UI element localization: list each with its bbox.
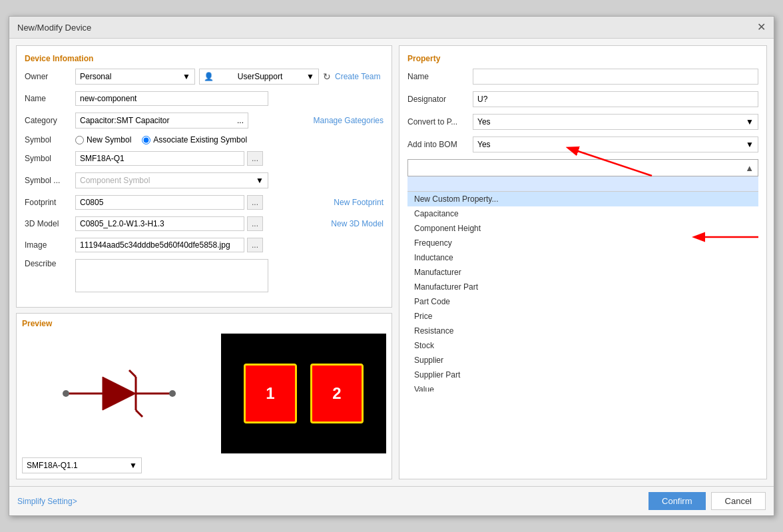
refresh-button[interactable]: ↻: [323, 71, 331, 82]
image-row: Image ...: [25, 238, 384, 252]
category-row: Category Capacitor:SMT Capacitor ... Man…: [25, 113, 384, 129]
simplify-setting-button[interactable]: Simplify Setting>: [17, 497, 77, 506]
dropdown-item-supplier[interactable]: Supplier: [407, 353, 758, 368]
prop-designator-row: Designator: [407, 91, 758, 107]
image-input[interactable]: [75, 238, 244, 252]
user-dropdown[interactable]: 👤 UserSupport ▼: [199, 69, 319, 85]
symbol-input[interactable]: [75, 151, 244, 166]
symbol-lib-dropdown[interactable]: Component Symbol ▼: [75, 172, 268, 188]
category-input-wrap: Capacitor:SMT Capacitor ...: [75, 113, 308, 129]
custom-property-trigger[interactable]: ▲: [407, 159, 758, 176]
symbol-lib-label: Symbol ...: [25, 176, 70, 185]
prop-convert-dropdown[interactable]: Yes ▼: [473, 114, 758, 130]
symbol-radio-group: New Symbol Associate Existing Symbol: [75, 135, 247, 144]
svg-line-4: [129, 370, 136, 377]
dropdown-item-capacitance[interactable]: Capacitance: [407, 206, 758, 221]
category-dropdown[interactable]: Capacitor:SMT Capacitor ...: [75, 113, 248, 129]
svg-point-6: [63, 390, 69, 397]
symbol-dots-button[interactable]: ...: [247, 151, 263, 166]
new-footprint-button[interactable]: New Footprint: [334, 198, 384, 207]
dropdown-item-frequency[interactable]: Frequency: [407, 236, 758, 250]
owner-controls: Personal ▼ 👤 UserSupport ▼ ↻ Create Team: [75, 69, 380, 85]
new-symbol-radio[interactable]: [75, 136, 84, 144]
footprint-wrap: ...: [75, 195, 328, 210]
owner-dropdown[interactable]: Personal ▼: [75, 69, 195, 85]
right-panel: Property Name Designator Convert to P...…: [399, 45, 767, 479]
dropdown-item-new-custom[interactable]: New Custom Property...: [407, 192, 758, 206]
symbol-lib-row: Symbol ... Component Symbol ▼: [25, 172, 384, 188]
describe-label: Describe: [25, 259, 70, 268]
prop-convert-value: Yes: [477, 117, 491, 127]
image-dots-button[interactable]: ...: [247, 238, 263, 252]
custom-property-dropdown: New Custom Property... Capacitance Compo…: [407, 176, 758, 392]
model-3d-dots-button[interactable]: ...: [247, 216, 263, 231]
dropdown-item-resistance[interactable]: Resistance: [407, 324, 758, 338]
prop-convert-chevron-icon: ▼: [746, 117, 754, 127]
pad-1: 1: [244, 364, 297, 423]
owner-chevron-icon: ▼: [182, 72, 190, 81]
new-3d-button[interactable]: New 3D Model: [331, 219, 384, 228]
dropdown-item-inductance[interactable]: Inductance: [407, 250, 758, 265]
svg-point-7: [169, 390, 176, 397]
symbol-value-wrap: ...: [75, 151, 384, 166]
preview-chevron-icon: ▼: [129, 461, 137, 470]
confirm-button[interactable]: Confirm: [649, 492, 706, 510]
prop-bom-value: Yes: [477, 140, 491, 149]
footprint-dots-button[interactable]: ...: [247, 195, 263, 210]
dropdown-item-manufacturer-part[interactable]: Manufacturer Part: [407, 280, 758, 294]
associate-symbol-radio-label[interactable]: Associate Existing Symbol: [142, 135, 247, 144]
left-panel: Device Infomation Owner Personal ▼ 👤 Use…: [16, 45, 392, 479]
category-label: Category: [25, 116, 70, 125]
prop-convert-row: Convert to P... Yes ▼: [407, 114, 758, 130]
new-symbol-radio-label[interactable]: New Symbol: [75, 135, 131, 144]
dropdown-item-value[interactable]: Value: [407, 382, 758, 392]
model-3d-wrap: ...: [75, 216, 326, 231]
preview-part-value: SMF18A-Q1.1: [27, 461, 78, 470]
associate-symbol-radio[interactable]: [142, 136, 150, 144]
dropdown-item-price[interactable]: Price: [407, 309, 758, 324]
associate-symbol-text: Associate Existing Symbol: [153, 135, 247, 144]
pad-2: 2: [310, 364, 364, 423]
name-input[interactable]: [75, 91, 268, 106]
prop-name-input[interactable]: [473, 69, 758, 85]
user-chevron-icon: ▼: [306, 72, 314, 81]
create-team-button[interactable]: Create Team: [335, 72, 380, 81]
user-icon: 👤: [204, 72, 214, 81]
footprint-input[interactable]: [75, 195, 244, 210]
device-info-section: Device Infomation Owner Personal ▼ 👤 Use…: [16, 45, 392, 308]
model-3d-input[interactable]: [75, 216, 244, 231]
user-value: UserSupport: [238, 72, 282, 81]
image-label: Image: [25, 240, 70, 250]
category-chevron-icon: ...: [237, 116, 244, 125]
symbol-preview-area: [22, 334, 216, 453]
category-value: Capacitor:SMT Capacitor: [80, 116, 170, 125]
dropdown-item-supplier-part[interactable]: Supplier Part: [407, 368, 758, 382]
cancel-button[interactable]: Cancel: [711, 492, 766, 510]
property-header: Property: [407, 54, 758, 63]
dropdown-item-manufacturer[interactable]: Manufacturer: [407, 265, 758, 280]
prop-designator-label: Designator: [407, 95, 467, 104]
preview-dropdown-row: SMF18A-Q1.1 ▼: [22, 457, 386, 473]
image-wrap: ...: [75, 238, 384, 252]
preview-content: 1 2: [22, 334, 386, 453]
dropdown-item-stock[interactable]: Stock: [407, 338, 758, 353]
name-label: Name: [25, 94, 70, 103]
dropdown-item-part-code[interactable]: Part Code: [407, 294, 758, 309]
prop-bom-dropdown[interactable]: Yes ▼: [473, 136, 758, 152]
name-row: Name: [25, 91, 384, 106]
footer-buttons: Confirm Cancel: [649, 492, 766, 510]
owner-label: Owner: [25, 72, 70, 81]
describe-textarea[interactable]: [75, 259, 268, 292]
custom-property-search[interactable]: [407, 176, 758, 192]
dropdown-list: New Custom Property... Capacitance Compo…: [407, 192, 758, 392]
dropdown-item-component-height[interactable]: Component Height: [407, 221, 758, 236]
prop-bom-label: Add into BOM: [407, 140, 467, 149]
prop-name-row: Name: [407, 69, 758, 85]
owner-value: Personal: [80, 72, 111, 81]
dialog-title: New/Modify Device: [17, 23, 91, 33]
manage-categories-button[interactable]: Manage Gategories: [314, 116, 384, 125]
prop-designator-input[interactable]: [473, 91, 758, 107]
close-button[interactable]: ✕: [757, 22, 766, 33]
preview-part-dropdown[interactable]: SMF18A-Q1.1 ▼: [22, 457, 142, 473]
symbol-svg: [53, 344, 186, 443]
